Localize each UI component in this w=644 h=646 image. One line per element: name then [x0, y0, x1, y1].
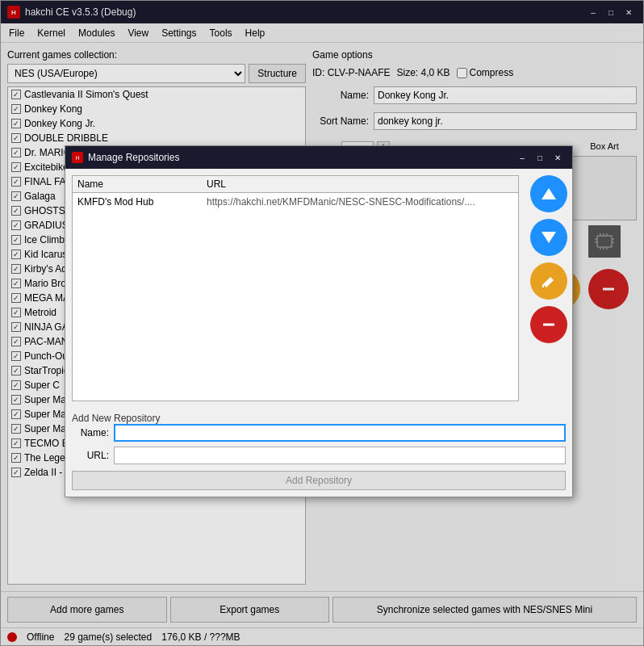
add-repo-url-label: URL:	[72, 450, 109, 461]
svg-marker-18	[542, 188, 556, 199]
dialog-icon: H	[72, 152, 83, 163]
repo-table: Name URL KMFD's Mod Hub https://hakchi.n…	[72, 175, 519, 401]
add-repo-name-row: Name:	[72, 424, 566, 442]
add-repo-button[interactable]: Add Repository	[72, 471, 566, 490]
dialog-controls: – □ ✕	[514, 151, 566, 164]
repo-url-0: https://hakchi.net/KMFDManic/NESC-SNESC-…	[207, 196, 513, 208]
col-name-header: Name	[77, 178, 207, 190]
add-repo-name-input[interactable]	[114, 424, 566, 442]
svg-marker-19	[542, 232, 556, 243]
dialog-title-bar: H Manage Repositories – □ ✕	[65, 146, 572, 169]
dialog-title-left: H Manage Repositories	[72, 152, 179, 163]
repo-move-down-button[interactable]	[530, 219, 567, 256]
col-url-header: URL	[207, 178, 513, 190]
dialog-body: Name URL KMFD's Mod Hub https://hakchi.n…	[65, 169, 572, 497]
repo-row-0[interactable]: KMFD's Mod Hub https://hakchi.net/KMFDMa…	[73, 193, 518, 211]
dialog-close-button[interactable]: ✕	[550, 151, 566, 164]
repo-table-area: Name URL KMFD's Mod Hub https://hakchi.n…	[65, 169, 525, 408]
add-repo-name-label: Name:	[72, 427, 109, 438]
repo-move-up-button[interactable]	[530, 175, 567, 212]
dialog-title: Manage Repositories	[88, 152, 179, 163]
repo-table-header: Name URL	[73, 176, 518, 193]
dialog-inner: Name URL KMFD's Mod Hub https://hakchi.n…	[65, 169, 572, 408]
dialog-side-buttons	[525, 169, 572, 408]
repo-edit-button[interactable]	[530, 262, 567, 300]
repo-name-0: KMFD's Mod Hub	[77, 196, 207, 208]
dialog-minimize-button[interactable]: –	[514, 151, 530, 164]
repo-remove-button[interactable]	[530, 306, 567, 343]
manage-repositories-dialog: H Manage Repositories – □ ✕ Name URL KMF…	[65, 145, 573, 497]
add-repo-url-input[interactable]	[114, 447, 566, 464]
add-repo-title: Add New Repository	[72, 413, 160, 424]
add-repo-section: Add New Repository Name: URL: Add Reposi…	[65, 408, 572, 497]
add-repo-url-row: URL:	[72, 447, 566, 464]
dialog-maximize-button[interactable]: □	[532, 151, 548, 164]
